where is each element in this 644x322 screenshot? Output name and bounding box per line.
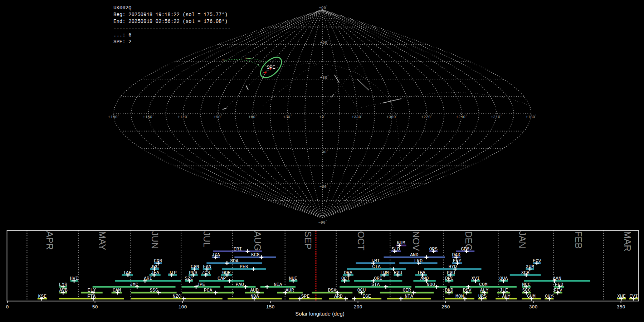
svg-text:JPE: JPE <box>197 282 205 287</box>
svg-text:SPE: SPE <box>301 294 310 299</box>
svg-text:PAU: PAU <box>235 282 244 287</box>
svg-text:300: 300 <box>529 304 537 310</box>
svg-text:...: 6: ...: 6 <box>113 32 131 38</box>
svg-text:Beg: 20250918 19:18:22 (sol =: Beg: 20250918 19:18:22 (sol = 175.77°) <box>113 12 228 18</box>
svg-text:DSX: DSX <box>328 288 337 293</box>
svg-text:NOV: NOV <box>411 231 421 251</box>
svg-text:150: 150 <box>266 304 274 310</box>
svg-text:STA: STA <box>371 282 380 287</box>
svg-text:JAN: JAN <box>517 231 527 248</box>
svg-text:COM: COM <box>479 282 487 287</box>
svg-text:0: 0 <box>6 304 9 310</box>
svg-text:SEP: SEP <box>303 231 313 249</box>
svg-text:OCT: OCT <box>356 231 366 250</box>
svg-text:AND: AND <box>410 252 419 258</box>
svg-text:AUG: AUG <box>253 231 263 251</box>
svg-text:NOO: NOO <box>427 282 435 287</box>
svg-text:200: 200 <box>353 304 362 310</box>
svg-text:50: 50 <box>92 304 98 310</box>
svg-text:ARD: ARD <box>334 294 343 299</box>
svg-text:APR: APR <box>45 231 55 250</box>
svg-text:JUN: JUN <box>150 231 160 249</box>
svg-text:MAR: MAR <box>623 231 633 252</box>
svg-text:Solar longitude (deg): Solar longitude (deg) <box>295 311 344 317</box>
svg-text:PCA: PCA <box>204 288 213 293</box>
svg-text:------------------------------: --------------------------------------- <box>113 25 231 31</box>
svg-text:End: 20250919 02:56:22 (sol =: End: 20250919 02:56:22 (sol = 176.08°) <box>113 19 228 24</box>
svg-text:100: 100 <box>178 304 187 310</box>
svg-text:350: 350 <box>616 304 625 310</box>
svg-text:OER: OER <box>402 288 411 293</box>
svg-text:MON: MON <box>455 294 464 299</box>
svg-text:JUL: JUL <box>202 231 212 247</box>
svg-text:KCG: KCG <box>251 252 259 258</box>
svg-text:SDA: SDA <box>230 258 239 264</box>
svg-text:250: 250 <box>441 304 450 310</box>
svg-text:NTA: NTA <box>405 294 413 299</box>
svg-text:ERI: ERI <box>234 247 242 252</box>
svg-text:PER: PER <box>240 264 248 269</box>
svg-text:SPE: SPE <box>267 65 275 70</box>
svg-text:EGE: EGE <box>362 294 371 299</box>
svg-text:FEB: FEB <box>574 231 584 249</box>
svg-text:SPE: 2: SPE: 2 <box>113 39 131 45</box>
svg-text:CAP: CAP <box>218 276 226 281</box>
svg-text:MAY: MAY <box>97 231 107 250</box>
svg-text:NIA: NIA <box>274 282 282 287</box>
svg-text:UK002Q: UK002Q <box>113 5 131 11</box>
svg-text:NZC: NZC <box>172 294 181 299</box>
